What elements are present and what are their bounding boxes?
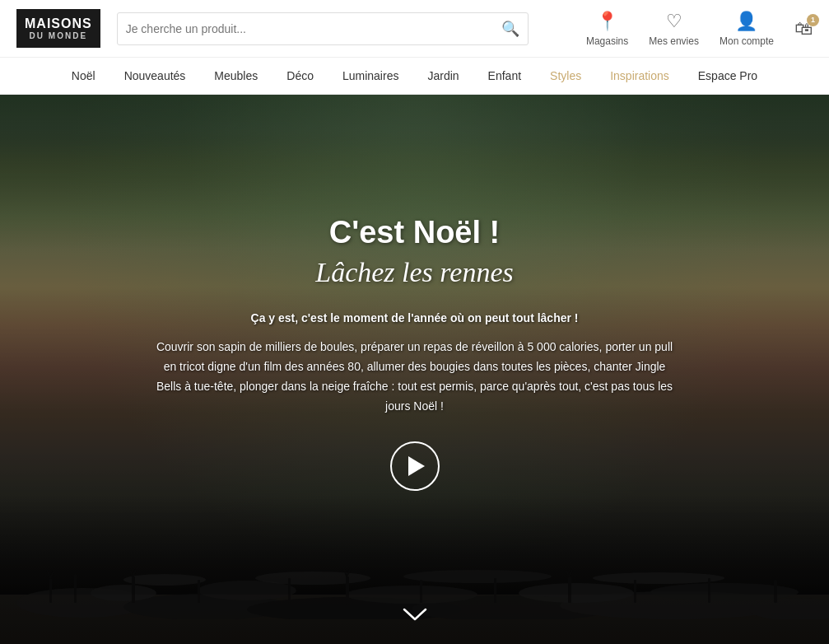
search-button[interactable]: 🔍 bbox=[501, 20, 519, 38]
chevron-down-icon bbox=[403, 606, 427, 623]
svg-point-8 bbox=[346, 586, 477, 604]
svg-rect-16 bbox=[74, 574, 77, 603]
nav-espace-pro[interactable]: Espace Pro bbox=[698, 65, 757, 86]
play-icon bbox=[408, 456, 425, 476]
play-button[interactable] bbox=[390, 441, 440, 491]
hero-body: Couvrir son sapin de milliers de boules,… bbox=[151, 338, 678, 416]
scroll-down-button[interactable] bbox=[403, 604, 427, 628]
svg-line-33 bbox=[566, 568, 569, 576]
svg-line-34 bbox=[569, 570, 572, 576]
svg-rect-17 bbox=[132, 576, 135, 603]
nav-jardin[interactable]: Jardin bbox=[427, 65, 459, 86]
cart-icon: 🛍 1 bbox=[794, 18, 813, 40]
nav-noel[interactable]: Noël bbox=[72, 65, 95, 86]
svg-rect-21 bbox=[420, 580, 422, 603]
svg-line-27 bbox=[47, 570, 50, 578]
hero-lead: Ça y est, c'est le moment de l'année où … bbox=[151, 311, 678, 324]
svg-rect-26 bbox=[774, 580, 777, 603]
account-link[interactable]: 👤 Mon compte bbox=[720, 11, 774, 47]
svg-rect-23 bbox=[568, 576, 571, 603]
svg-point-11 bbox=[123, 574, 206, 586]
header-actions: 📍 Magasins ♡ Mes envies 👤 Mon compte 🛍 1 bbox=[586, 11, 813, 47]
svg-point-12 bbox=[255, 572, 370, 585]
svg-point-13 bbox=[403, 570, 552, 583]
svg-rect-18 bbox=[198, 580, 200, 603]
main-nav: Noël Nouveautés Meubles Déco Luminaires … bbox=[0, 58, 829, 95]
svg-rect-22 bbox=[494, 578, 496, 603]
hero-section: C'est Noël ! Lâchez les rennes Ça y est,… bbox=[0, 95, 829, 644]
hero-title: C'est Noël ! bbox=[151, 215, 678, 250]
site-logo[interactable]: MAISONS DU MONDE bbox=[16, 9, 100, 48]
svg-point-6 bbox=[91, 585, 156, 601]
nav-styles[interactable]: Styles bbox=[550, 65, 581, 86]
svg-line-30 bbox=[133, 570, 136, 576]
svg-rect-20 bbox=[346, 576, 349, 605]
search-input[interactable] bbox=[126, 22, 501, 35]
svg-point-9 bbox=[519, 583, 634, 603]
cart-link[interactable]: 🛍 1 bbox=[794, 18, 813, 40]
svg-rect-19 bbox=[288, 578, 291, 603]
nav-luminaires[interactable]: Luminaires bbox=[342, 65, 398, 86]
svg-line-29 bbox=[129, 568, 133, 576]
hero-subtitle: Lâchez les rennes bbox=[151, 257, 678, 288]
nav-deco[interactable]: Déco bbox=[286, 65, 314, 86]
nav-nouveautes[interactable]: Nouveautés bbox=[124, 65, 186, 86]
svg-rect-25 bbox=[708, 578, 710, 603]
reindeer-silhouette bbox=[0, 488, 829, 619]
svg-line-28 bbox=[50, 572, 54, 578]
svg-rect-24 bbox=[634, 580, 636, 603]
cart-badge: 1 bbox=[807, 14, 819, 26]
svg-point-14 bbox=[593, 572, 724, 584]
site-header: MAISONS DU MONDE 🔍 📍 Magasins ♡ Mes envi… bbox=[0, 0, 829, 58]
nav-enfant[interactable]: Enfant bbox=[488, 65, 521, 86]
location-icon: 📍 bbox=[596, 11, 618, 32]
search-bar: 🔍 bbox=[117, 12, 529, 45]
wishlist-link[interactable]: ♡ Mes envies bbox=[649, 11, 699, 47]
svg-rect-15 bbox=[49, 578, 52, 603]
stores-link[interactable]: 📍 Magasins bbox=[586, 11, 628, 47]
hero-content: C'est Noël ! Lâchez les rennes Ça y est,… bbox=[28, 215, 802, 490]
nav-meubles[interactable]: Meubles bbox=[214, 65, 258, 86]
heart-icon: ♡ bbox=[666, 11, 682, 32]
user-icon: 👤 bbox=[735, 11, 757, 32]
nav-inspirations[interactable]: Inspirations bbox=[610, 65, 669, 86]
